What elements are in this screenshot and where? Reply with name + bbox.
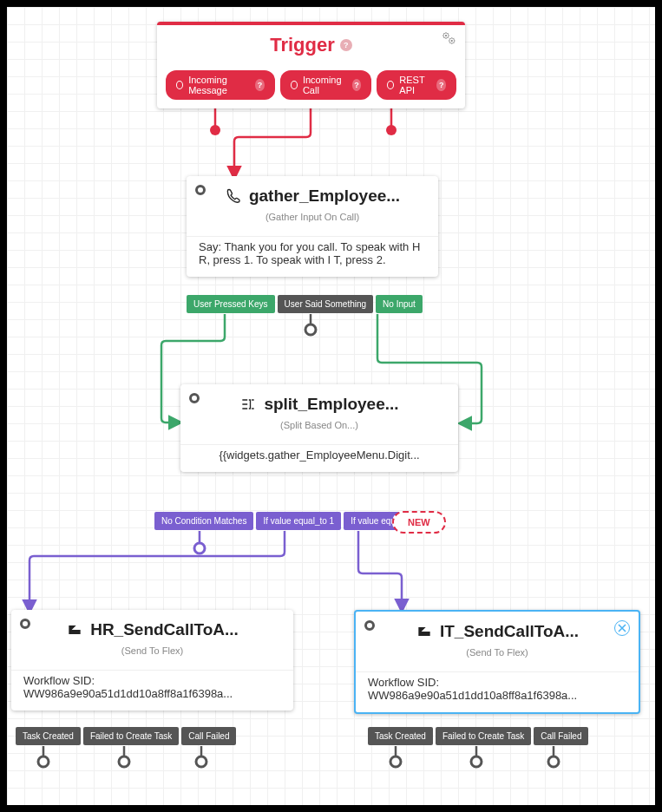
svg-point-3 xyxy=(194,543,205,553)
trigger-widget[interactable]: Trigger ? Incoming Message ? Incoming Ca… xyxy=(157,22,465,108)
workflow-sid-value: WW986a9e90a51d1dd10a8ff8a1f6398a... xyxy=(23,687,281,700)
widget-input-port[interactable] xyxy=(364,620,375,631)
widget-subtitle: (Send To Flex) xyxy=(368,644,626,666)
output-failed-create-task[interactable]: Failed to Create Task xyxy=(436,727,531,745)
workflow-sid-label: Workflow SID: xyxy=(368,676,626,689)
close-button[interactable] xyxy=(614,620,630,636)
widget-subtitle: (Split Based On...) xyxy=(193,416,446,439)
gather-outputs: User Pressed Keys User Said Something No… xyxy=(187,295,423,313)
help-icon[interactable]: ? xyxy=(255,79,265,91)
hr-send-widget[interactable]: HR_SendCallToA... (Send To Flex) Workflo… xyxy=(11,610,293,710)
new-condition-button[interactable]: NEW xyxy=(392,511,446,534)
widget-input-port[interactable] xyxy=(195,185,206,195)
svg-point-2 xyxy=(305,324,316,335)
it-outputs: Task Created Failed to Create Task Call … xyxy=(368,727,588,745)
output-no-input[interactable]: No Input xyxy=(376,295,423,313)
pill-ring-icon xyxy=(291,81,298,89)
flex-icon xyxy=(416,623,433,640)
trigger-pill-incoming-call[interactable]: Incoming Call ? xyxy=(280,70,371,100)
phone-icon xyxy=(225,187,242,205)
trigger-pill-rest-api[interactable]: REST API ? xyxy=(377,70,456,100)
output-user-said-something[interactable]: User Said Something xyxy=(278,295,374,313)
output-call-failed[interactable]: Call Failed xyxy=(534,727,588,745)
settings-gears-icon[interactable] xyxy=(441,30,456,49)
svg-point-8 xyxy=(471,756,482,767)
help-icon[interactable]: ? xyxy=(352,79,362,91)
flow-canvas[interactable]: Trigger ? Incoming Message ? Incoming Ca… xyxy=(7,7,655,805)
split-icon xyxy=(239,396,257,413)
svg-point-6 xyxy=(196,756,206,767)
workflow-sid-label: Workflow SID: xyxy=(23,674,281,687)
svg-point-13 xyxy=(451,40,453,42)
output-user-pressed-keys[interactable]: User Pressed Keys xyxy=(187,295,275,313)
split-widget[interactable]: split_Employee... (Split Based On...) {{… xyxy=(180,384,458,472)
trigger-title-text: Trigger xyxy=(270,34,335,56)
help-icon[interactable]: ? xyxy=(340,39,352,51)
hr-outputs: Task Created Failed to Create Task Call … xyxy=(16,727,236,745)
pill-label: REST API xyxy=(399,75,431,95)
svg-point-4 xyxy=(38,756,49,767)
svg-point-9 xyxy=(548,756,559,767)
pill-label: Incoming Call xyxy=(303,75,347,95)
trigger-pill-incoming-message[interactable]: Incoming Message ? xyxy=(166,70,275,100)
split-body-text: {{widgets.gather_EmployeeMenu.Digit... xyxy=(180,444,458,472)
hr-body: Workflow SID: WW986a9e90a51d1dd10a8ff8a1… xyxy=(11,670,293,710)
widget-input-port[interactable] xyxy=(189,393,200,403)
output-task-created[interactable]: Task Created xyxy=(368,727,433,745)
it-body: Workflow SID: WW986a9e90a51d1dd10a8ff8a1… xyxy=(356,671,639,712)
svg-point-7 xyxy=(390,756,401,767)
flex-icon xyxy=(66,621,83,638)
widget-title-text: HR_SendCallToA... xyxy=(90,620,239,639)
widget-title-text: gather_Employee... xyxy=(249,187,400,206)
gather-body-text: Say: Thank you for you call. To speak wi… xyxy=(187,236,438,277)
pill-ring-icon xyxy=(387,81,394,89)
trigger-title: Trigger ? xyxy=(270,34,352,56)
widget-subtitle: (Send To Flex) xyxy=(23,642,281,665)
output-task-created[interactable]: Task Created xyxy=(16,727,81,745)
help-icon[interactable]: ? xyxy=(436,79,446,91)
widget-subtitle: (Gather Input On Call) xyxy=(199,208,426,231)
svg-point-1 xyxy=(386,125,397,135)
svg-point-0 xyxy=(210,125,220,135)
widget-input-port[interactable] xyxy=(20,619,30,629)
widget-title-text: split_Employee... xyxy=(264,395,398,414)
it-send-widget[interactable]: IT_SendCallToA... (Send To Flex) Workflo… xyxy=(354,610,640,714)
split-outputs: No Condition Matches If value equal_to 1… xyxy=(154,512,429,530)
output-call-failed[interactable]: Call Failed xyxy=(181,727,236,745)
gather-widget[interactable]: gather_Employee... (Gather Input On Call… xyxy=(187,176,438,277)
close-icon xyxy=(618,624,626,632)
workflow-sid-value: WW986a9e90a51d1dd10a8ff8a1f6398a... xyxy=(368,689,626,702)
output-if-value-1[interactable]: If value equal_to 1 xyxy=(256,512,341,530)
output-no-condition-matches[interactable]: No Condition Matches xyxy=(154,512,253,530)
output-failed-create-task[interactable]: Failed to Create Task xyxy=(83,727,179,745)
svg-point-11 xyxy=(445,35,447,36)
widget-title-text: IT_SendCallToA... xyxy=(440,622,579,641)
pill-ring-icon xyxy=(176,81,183,89)
svg-point-5 xyxy=(119,756,129,767)
pill-label: Incoming Message xyxy=(188,75,250,95)
